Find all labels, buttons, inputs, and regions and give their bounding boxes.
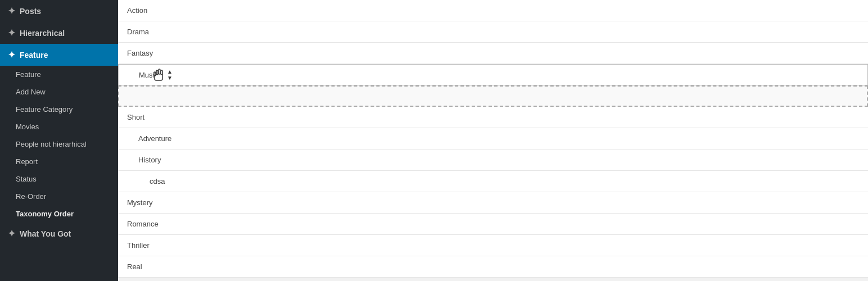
row-label: Real	[127, 262, 142, 271]
hierarchical-icon: ✦	[8, 28, 15, 38]
sidebar-sub-people-not-hierarchical[interactable]: People not hierarhical	[0, 135, 118, 153]
sidebar-item-what-you-got[interactable]: ✦ What You Got	[0, 223, 118, 244]
table-row: Real	[118, 256, 868, 278]
sidebar-sub-status[interactable]: Status	[0, 170, 118, 188]
table-row: Mystery	[118, 192, 868, 214]
taxonomy-list: Action Drama Fantasy Music	[118, 0, 868, 278]
table-row: Action	[118, 0, 868, 21]
row-label: Thriller	[127, 241, 150, 250]
sidebar-sub-feature[interactable]: Feature	[0, 66, 118, 83]
sidebar-what-you-got-label: What You Got	[20, 229, 71, 238]
table-row: Thriller	[118, 235, 868, 256]
row-label: Fantasy	[127, 49, 153, 57]
table-row-dragging[interactable]: Music ▲ ▼	[118, 64, 868, 85]
svg-rect-3	[161, 70, 162, 75]
row-label: Drama	[127, 28, 149, 36]
arrow-down-icon: ▼	[167, 75, 173, 81]
table-row: cdsa	[118, 171, 868, 192]
sidebar-sub-add-new[interactable]: Add New	[0, 83, 118, 101]
row-label: History	[138, 156, 161, 164]
sidebar-sub-feature-category[interactable]: Feature Category	[0, 101, 118, 118]
sidebar-item-feature[interactable]: ✦ Feature	[0, 44, 118, 66]
row-label: cdsa	[150, 177, 165, 185]
table-row: Fantasy	[118, 43, 868, 64]
row-label: Music	[139, 71, 158, 79]
main-content: Action Drama Fantasy Music	[118, 0, 868, 281]
sidebar-item-posts[interactable]: ✦ Posts	[0, 0, 118, 22]
sidebar-sub-re-order[interactable]: Re-Order	[0, 188, 118, 205]
sidebar-sub-movies[interactable]: Movies	[0, 118, 118, 135]
what-you-got-icon: ✦	[8, 228, 15, 239]
updown-arrows-icon: ▲ ▼	[167, 69, 173, 81]
sidebar-hierarchical-label: Hierarchical	[20, 29, 65, 38]
sidebar-posts-label: Posts	[20, 7, 41, 16]
sidebar-sub-report[interactable]: Report	[0, 153, 118, 170]
sidebar: ✦ Posts ✦ Hierarchical ✦ Feature Feature…	[0, 0, 118, 281]
drag-placeholder	[118, 85, 868, 107]
sidebar-feature-label: Feature	[20, 51, 48, 60]
row-label: Short	[127, 113, 144, 121]
row-label: Mystery	[127, 198, 153, 207]
arrow-up-icon: ▲	[167, 69, 173, 75]
table-row: Drama	[118, 21, 868, 43]
row-label: Adventure	[138, 134, 171, 143]
sidebar-sub-taxonomy-order[interactable]: Taxonomy Order	[0, 205, 118, 223]
table-row: History	[118, 149, 868, 171]
sidebar-item-hierarchical[interactable]: ✦ Hierarchical	[0, 22, 118, 44]
feature-icon: ✦	[8, 49, 15, 60]
row-label: Action	[127, 6, 147, 15]
posts-icon: ✦	[8, 6, 15, 16]
table-row: Short	[118, 107, 868, 128]
row-label: Romance	[127, 220, 159, 228]
table-row: Adventure	[118, 128, 868, 149]
table-row: Romance	[118, 214, 868, 235]
svg-rect-2	[159, 69, 160, 74]
